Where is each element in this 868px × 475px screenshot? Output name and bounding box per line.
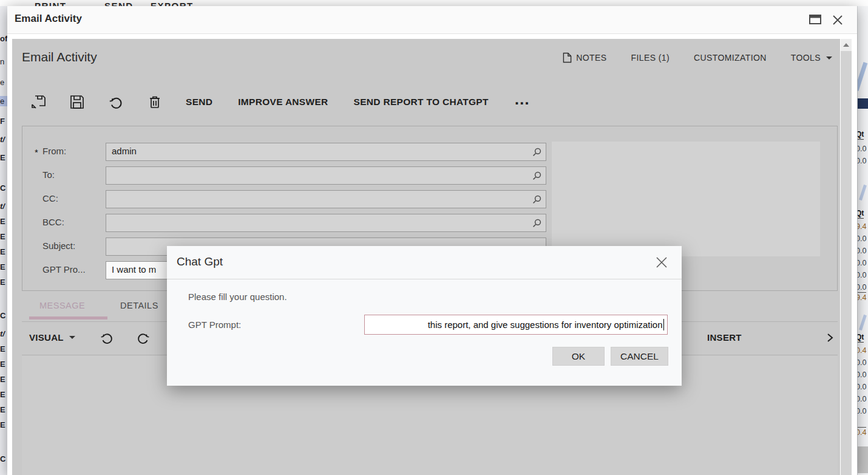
editor-redo-icon[interactable] (136, 330, 151, 345)
background-grid-value: Qt (857, 333, 864, 343)
background-text-fragment: E (0, 420, 5, 429)
background-grid-value: 0.0 (857, 395, 866, 403)
bcc-label: BCC: (42, 217, 64, 227)
subject-label: Subject: (42, 241, 75, 251)
tab-message[interactable]: MESSAGE (39, 301, 85, 310)
text-cursor (663, 319, 665, 330)
scroll-up-button[interactable] (841, 39, 852, 51)
lookup-magnifier-icon[interactable] (532, 147, 542, 157)
chevron-down-icon (826, 56, 832, 60)
insert-button[interactable]: INSERT (707, 332, 742, 343)
visual-label: VISUAL (29, 332, 64, 343)
background-text-fragment: e (0, 78, 4, 87)
required-marker: * (35, 147, 38, 157)
more-commands-button[interactable]: … (514, 96, 530, 102)
dialog-buttons: OK CANCEL (552, 347, 668, 366)
background-grid-value: Qt (857, 209, 864, 219)
to-field[interactable] (106, 166, 546, 185)
maximize-icon[interactable] (809, 14, 822, 26)
lookup-magnifier-icon[interactable] (532, 194, 542, 205)
attachment-preview-panel (552, 142, 820, 256)
customization-label: CUSTOMIZATION (694, 53, 767, 63)
from-field[interactable]: admin (106, 143, 546, 161)
background-selected-row (858, 98, 868, 109)
arrow-up-icon (843, 43, 849, 47)
dialog-close-icon[interactable] (655, 256, 668, 269)
notes-button[interactable]: NOTES (563, 52, 606, 63)
gpt-prompt-label: GPT Pro... (42, 264, 86, 275)
tab-details[interactable]: DETAILS (120, 301, 158, 310)
from-value: admin (112, 146, 137, 156)
background-text-fragment: E (0, 360, 5, 369)
email-activity-window: Email Activity Email Activity (7, 6, 857, 475)
save-and-close-icon[interactable] (30, 94, 46, 110)
background-text-fragment: t/ (0, 329, 5, 338)
background-text-fragment: E (0, 247, 5, 256)
chevron-down-icon (69, 336, 75, 339)
background-text-fragment: E (0, 217, 5, 226)
delete-icon[interactable] (147, 94, 163, 110)
vertical-scrollbar[interactable] (841, 39, 852, 475)
send-button[interactable]: SEND (186, 97, 212, 108)
background-text-fragment: E (0, 232, 5, 241)
tools-label: TOOLS (791, 53, 821, 63)
background-grid-value: 9.4 (857, 292, 866, 302)
dialog-title: Chat Gpt (177, 255, 223, 268)
background-grid-value: 0.0 (857, 234, 866, 243)
background-text-fragment: C (0, 311, 5, 320)
background-grid-value: 0.0 (857, 371, 866, 379)
tools-menu-button[interactable]: TOOLS (791, 53, 832, 63)
background-grid-value: 0.0 (857, 157, 866, 165)
background-toolbar-item: PRINT (35, 1, 67, 6)
background-grid-value: 0.0 (857, 247, 866, 255)
dialog-header: Chat Gpt (167, 246, 682, 279)
background-grid-value: 0.0 (857, 259, 866, 267)
gpt-prompt-input[interactable]: this report, and give suggestions for in… (364, 315, 668, 335)
lookup-magnifier-icon[interactable] (532, 218, 542, 228)
background-text-fragment: E (0, 278, 5, 287)
screen: PRINTSENDEXPORT ofneeFt/ECt/EEEEECt/EEEE… (0, 0, 868, 475)
background-artifact (859, 315, 867, 330)
visual-mode-button[interactable]: VISUAL (29, 332, 75, 343)
background-text-fragment: E (0, 390, 5, 399)
send-report-to-chatgpt-button[interactable]: SEND REPORT TO CHATGPT (354, 97, 489, 108)
background-text-fragment: of (0, 34, 7, 43)
cc-field[interactable] (106, 190, 546, 208)
cc-label: CC: (42, 193, 58, 203)
gpt-prompt-input-value: this report, and give suggestions for in… (428, 320, 663, 330)
bcc-field[interactable] (106, 214, 546, 232)
background-text-fragment: C (0, 183, 5, 193)
background-text-fragment: t/ (0, 135, 5, 144)
editor-undo-icon[interactable] (100, 330, 114, 345)
cancel-button[interactable]: CANCEL (611, 347, 668, 366)
background-grid-value: 0.0 (857, 283, 866, 292)
customization-button[interactable]: CUSTOMIZATION (694, 53, 767, 63)
background-grid-value: 0.4 (857, 346, 866, 355)
lookup-magnifier-icon[interactable] (532, 171, 542, 181)
window-title: Email Activity (15, 13, 82, 25)
background-text-fragment: E (0, 375, 5, 384)
background-text-fragment: E (0, 262, 5, 272)
background-grid-value: 0.0 (857, 145, 866, 153)
improve-answer-button[interactable]: IMPROVE ANSWER (238, 97, 328, 108)
background-toolbar-item: SEND (104, 1, 134, 6)
background-right-strip: Qt0.00.0Qt9.40.00.00.00.00.09.4Qt0.40.00… (857, 6, 868, 475)
close-icon[interactable] (832, 14, 845, 26)
from-label: From: (42, 146, 66, 156)
window-titlebar: Email Activity (7, 6, 857, 34)
ok-button[interactable]: OK (552, 347, 605, 366)
background-toolbar-item: EXPORT (151, 1, 194, 6)
background-grid-value: 0.0 (857, 271, 866, 279)
dialog-prompt-label: GPT Prompt: (188, 320, 241, 330)
files-button[interactable]: FILES (1) (631, 53, 670, 63)
background-text-fragment: E (0, 153, 5, 162)
background-grid-value: 0.0 (857, 383, 866, 391)
chevron-right-icon[interactable] (827, 332, 834, 344)
undo-icon[interactable] (108, 94, 124, 110)
page-title: Email Activity (22, 50, 97, 64)
background-artifact (857, 62, 867, 91)
background-artifact (858, 446, 868, 473)
background-text-fragment: E (0, 344, 5, 354)
background-text-fragment: F (0, 117, 5, 126)
save-icon[interactable] (69, 94, 85, 110)
